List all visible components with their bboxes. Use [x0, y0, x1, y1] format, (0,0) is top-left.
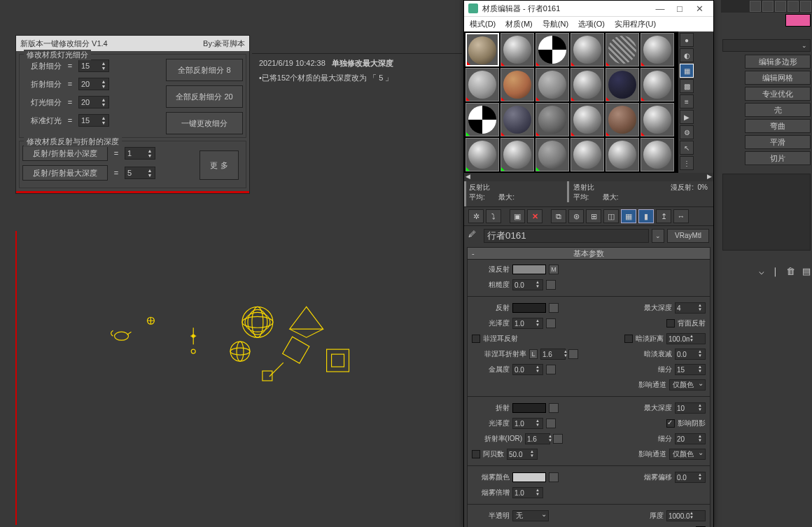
material-slot-23[interactable]: [606, 138, 639, 171]
reset-material-icon[interactable]: ✕: [527, 209, 542, 223]
btn-more[interactable]: 更 多: [200, 150, 239, 180]
spin-refract-subdiv[interactable]: ▲▼: [675, 433, 706, 444]
top-icon-5[interactable]: [800, 1, 811, 12]
make-copy-icon[interactable]: ⧉: [551, 209, 566, 223]
material-slot-9[interactable]: [536, 68, 569, 101]
material-name-input[interactable]: [484, 229, 649, 243]
spin-dim-falloff[interactable]: ▲▼: [675, 349, 706, 360]
menu-nav[interactable]: 导航(N): [542, 19, 568, 29]
spin-dim-dist[interactable]: ▲▼: [666, 333, 706, 344]
btn-shell[interactable]: 壳: [745, 103, 811, 117]
show-end-result-icon[interactable]: ▮: [638, 209, 654, 223]
top-icon-1[interactable]: [750, 1, 761, 12]
material-slot-1[interactable]: [465, 33, 499, 66]
map-reflect[interactable]: [549, 303, 559, 313]
btn-slice[interactable]: 切片: [745, 151, 811, 165]
dd-translucent[interactable]: 无: [512, 510, 549, 521]
menu-options[interactable]: 选项(O): [578, 19, 605, 29]
material-slot-16[interactable]: [570, 103, 604, 136]
menu-material[interactable]: 材质(M): [505, 19, 533, 29]
put-to-lib-icon[interactable]: ⊞: [586, 209, 601, 223]
swatch-fog[interactable]: [512, 472, 546, 482]
chk-backface[interactable]: [666, 319, 675, 328]
maximize-button[interactable]: □: [670, 3, 690, 14]
spin-max-depth[interactable]: ▲▼: [125, 167, 155, 179]
dd-reflect-affect[interactable]: 仅颜色: [669, 379, 706, 391]
show-in-vp-icon[interactable]: ▦: [621, 209, 636, 223]
mat-id-icon[interactable]: ⋮: [680, 156, 694, 170]
spin-abbe[interactable]: ▲▼: [507, 449, 538, 460]
material-slot-19[interactable]: [465, 138, 499, 171]
spin-refract-subdiv[interactable]: ▲▼: [78, 78, 109, 90]
go-parent-icon[interactable]: ↥: [656, 209, 671, 223]
chk-dim-dist[interactable]: [624, 335, 633, 343]
mat-effects-icon[interactable]: ◫: [603, 209, 619, 223]
footer-icon-conf[interactable]: ▤: [802, 266, 811, 276]
material-slot-13[interactable]: [465, 103, 499, 136]
btn-bend[interactable]: 弯曲: [745, 119, 811, 133]
swatch-reflect[interactable]: [512, 303, 546, 313]
menu-mode[interactable]: 模式(D): [470, 19, 496, 29]
dd-refract-affect[interactable]: 仅颜色: [669, 449, 706, 460]
top-icon-3[interactable]: [775, 1, 786, 12]
btn-edit-mesh[interactable]: 编辑网格: [745, 71, 811, 85]
material-editor-titlebar[interactable]: 材质编辑器 - 行者0161 — □ ✕: [464, 1, 713, 16]
swatch-refract[interactable]: [512, 403, 546, 413]
video-check-icon[interactable]: ≡: [680, 94, 694, 108]
sample-scrollbar[interactable]: ◀ ▶: [464, 173, 713, 181]
pick-material-icon[interactable]: 🖉: [468, 230, 481, 242]
material-slot-6[interactable]: [640, 33, 674, 66]
spin-roughness[interactable]: ▲▼: [512, 279, 543, 290]
btn-smooth[interactable]: 平滑: [745, 135, 811, 149]
modifier-dropdown[interactable]: ⌄: [722, 39, 811, 52]
material-slot-2[interactable]: [500, 33, 534, 66]
map-metalness[interactable]: [546, 365, 556, 374]
swatch-diffuse[interactable]: [512, 265, 546, 274]
spin-min-depth[interactable]: ▲▼: [125, 147, 155, 160]
material-type-button[interactable]: VRayMtl: [667, 229, 709, 243]
map-ior[interactable]: [553, 434, 563, 444]
material-slot-18[interactable]: [640, 103, 674, 136]
material-slot-12[interactable]: [640, 68, 674, 101]
spin-reflect-subdiv[interactable]: ▲▼: [675, 364, 706, 375]
btn-max-depth[interactable]: 反射/折射最大深度: [22, 165, 108, 181]
material-slot-8[interactable]: [500, 68, 534, 101]
close-button[interactable]: ✕: [690, 3, 709, 14]
rollout-basic-header[interactable]: - 基本参数: [467, 247, 710, 260]
lock-fresnel-ior[interactable]: L: [529, 349, 538, 359]
map-refract-gloss[interactable]: [546, 419, 556, 428]
map-reflect-gloss[interactable]: [546, 318, 556, 328]
spin-fog-bias[interactable]: ▲▼: [675, 472, 706, 483]
material-slot-15[interactable]: [536, 103, 569, 136]
material-slot-22[interactable]: [570, 138, 604, 171]
spin-light-subdiv[interactable]: ▲▼: [78, 96, 109, 108]
spin-reflect-maxdepth[interactable]: ▲▼: [675, 302, 706, 314]
footer-icon-trash[interactable]: 🗑: [786, 266, 795, 276]
material-slot-17[interactable]: [606, 103, 639, 136]
backlight-icon[interactable]: ◐: [680, 48, 694, 62]
chk-affect-shadow[interactable]: [666, 419, 675, 428]
map-diffuse[interactable]: M: [549, 265, 559, 274]
viewport[interactable]: [15, 231, 460, 525]
put-to-scene-icon[interactable]: ⤵: [486, 209, 501, 223]
btn-all-reflect-20[interactable]: 全部反射细分 20: [166, 85, 243, 108]
sample-type-icon[interactable]: ●: [680, 33, 694, 47]
go-sibling-icon[interactable]: ↔: [673, 209, 689, 223]
spin-reflect-gloss[interactable]: ▲▼: [512, 318, 543, 329]
material-slot-14[interactable]: [500, 103, 534, 136]
material-slot-10[interactable]: [570, 68, 604, 101]
footer-icon-wing[interactable]: ⌵: [759, 266, 764, 276]
map-refract[interactable]: [549, 403, 559, 413]
material-slot-24[interactable]: [640, 138, 674, 171]
material-name-dropdown[interactable]: ⌄: [652, 229, 664, 243]
btn-edit-poly[interactable]: 编辑多边形: [745, 55, 811, 69]
btn-one-click[interactable]: 一键更改细分: [166, 112, 243, 134]
get-material-icon[interactable]: ✲: [468, 209, 484, 223]
chk-fresnel[interactable]: [472, 335, 480, 343]
top-icon-2[interactable]: [762, 1, 774, 12]
spin-reflect-subdiv[interactable]: ▲▼: [78, 59, 109, 72]
spin-refract-gloss[interactable]: ▲▼: [512, 418, 543, 429]
background-icon[interactable]: ▦: [680, 64, 694, 78]
uv-tile-icon[interactable]: ▩: [680, 79, 694, 93]
btn-all-reflect-8[interactable]: 全部反射细分 8: [166, 59, 243, 81]
